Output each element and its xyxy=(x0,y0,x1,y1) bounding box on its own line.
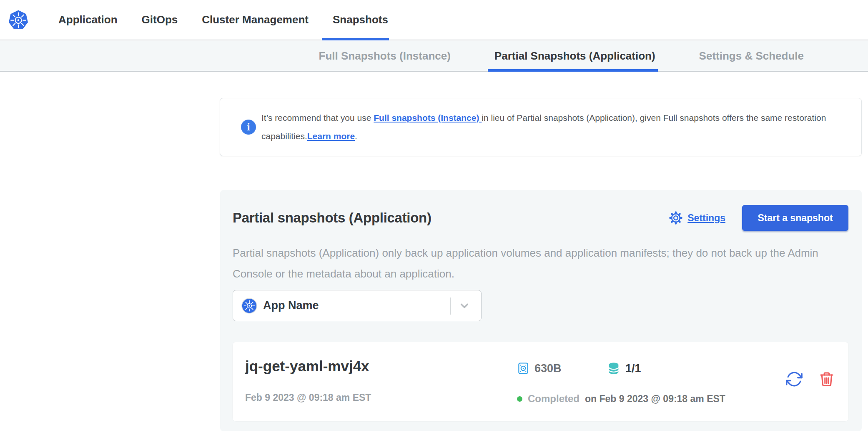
snapshot-status-row: Completed on Feb 9 2023 @ 09:18 am EST xyxy=(517,393,725,405)
snapshots-subtab-bar: Full Snapshots (Instance) Partial Snapsh… xyxy=(0,41,868,72)
snapshot-settings-link[interactable]: Settings xyxy=(669,211,725,225)
snapshot-size: 630B xyxy=(534,362,562,375)
tab-partial-snapshots-application[interactable]: Partial Snapshots (Application) xyxy=(494,41,655,71)
kubernetes-logo-icon xyxy=(8,9,29,31)
snapshot-actions xyxy=(785,370,835,388)
restore-icon xyxy=(785,370,803,388)
snapshot-size-group: 630B xyxy=(517,361,607,375)
snapshot-name: jq-get-yaml-mvj4x xyxy=(245,358,369,375)
gear-icon xyxy=(669,211,683,225)
partial-snapshots-panel: Partial snapshots (Application) xyxy=(220,190,862,431)
panel-title: Partial snapshots (Application) xyxy=(233,210,431,226)
info-banner: It’s recommend that you use Full snapsho… xyxy=(220,98,862,156)
database-icon xyxy=(607,361,621,375)
nav-item-cluster-management[interactable]: Cluster Management xyxy=(202,0,309,40)
trash-icon xyxy=(818,370,835,388)
main-nav: Application GitOps Cluster Management Sn… xyxy=(58,0,388,40)
status-badge: Completed xyxy=(528,393,580,405)
learn-more-link[interactable]: Learn more xyxy=(307,131,355,141)
snapshot-metrics-row: 630B 1/1 xyxy=(517,361,725,375)
status-dot-icon xyxy=(517,396,522,402)
snapshot-volume-count: 1/1 xyxy=(625,362,641,375)
disk-icon xyxy=(517,361,529,375)
delete-snapshot-button[interactable] xyxy=(818,370,835,388)
top-navigation-bar: Application GitOps Cluster Management Sn… xyxy=(0,0,868,40)
restore-snapshot-button[interactable] xyxy=(785,370,803,388)
tab-settings-schedule[interactable]: Settings & Schedule xyxy=(699,41,804,71)
banner-text-after: . xyxy=(355,131,357,141)
app-name-select[interactable]: App Name xyxy=(233,290,482,321)
tab-full-snapshots-instance[interactable]: Full Snapshots (Instance) xyxy=(319,41,451,71)
nav-item-gitops[interactable]: GitOps xyxy=(142,0,178,40)
snapshot-details: 630B 1/1 xyxy=(517,361,725,405)
info-icon xyxy=(241,120,256,135)
banner-text-before: It’s recommend that you use xyxy=(261,113,374,122)
panel-header: Partial snapshots (Application) xyxy=(233,205,848,231)
status-finished-timestamp: on Feb 9 2023 @ 09:18 am EST xyxy=(585,393,725,405)
nav-item-snapshots[interactable]: Snapshots xyxy=(333,0,388,40)
snapshot-started-timestamp: Feb 9 2023 @ 09:18 am EST xyxy=(245,392,371,403)
snapshot-row: jq-get-yaml-mvj4x Feb 9 2023 @ 09:18 am … xyxy=(233,342,848,421)
select-divider xyxy=(450,298,451,315)
panel-description: Partial snapshots (Application) only bac… xyxy=(233,242,845,284)
start-snapshot-button[interactable]: Start a snapshot xyxy=(742,205,848,231)
chevron-down-icon[interactable] xyxy=(458,300,471,312)
snapshot-volumes-group: 1/1 xyxy=(607,361,641,375)
settings-label: Settings xyxy=(687,212,725,224)
app-select-value: App Name xyxy=(263,299,319,312)
app-kubernetes-icon xyxy=(241,298,257,314)
full-snapshots-instance-link[interactable]: Full snapshots (Instance) xyxy=(374,113,482,122)
info-banner-text: It’s recommend that you use Full snapsho… xyxy=(261,109,841,145)
nav-item-application[interactable]: Application xyxy=(58,0,118,40)
